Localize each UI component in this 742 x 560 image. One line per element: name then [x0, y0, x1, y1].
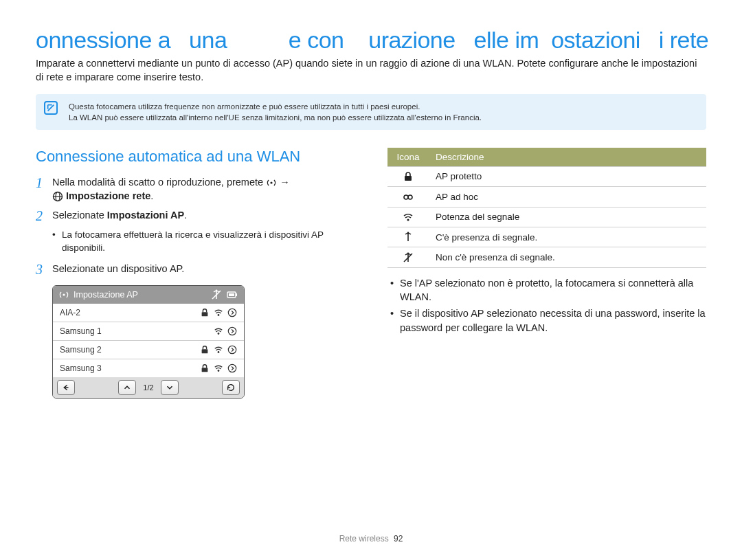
step3-text: Selezionate un dispositivo AP.: [52, 262, 184, 276]
step-1: 1 Nella modalità di scatto o riproduzion…: [36, 175, 357, 203]
table-cell-desc: Non c'è presenza di segnale.: [429, 247, 706, 267]
ap-row[interactable]: Samsung 1: [53, 322, 244, 341]
ap-settings-widget: Impostazione AP AIA-2 Samsung 1: [52, 285, 245, 399]
ap-widget-footer: 1/2: [53, 377, 244, 398]
step2-bold: Impostazioni AP: [107, 210, 184, 221]
step-number: 3: [36, 262, 52, 277]
lock-icon: [403, 171, 414, 182]
table-row: AP ad hoc: [387, 187, 706, 207]
table-header-desc: Descrizione: [429, 148, 706, 167]
globe-icon: [52, 191, 63, 202]
step-3: 3 Selezionate un dispositivo AP.: [36, 262, 357, 277]
table-cell-desc: AP protetto: [429, 166, 706, 186]
step1-text-b: →: [280, 177, 290, 188]
wifi-icon: [214, 326, 223, 336]
right-bullets: Se l'AP selezionato non è protetto, la f…: [390, 276, 706, 335]
page-title: onnessione a una e con urazione elle im …: [36, 27, 706, 53]
note-icon: [44, 101, 58, 115]
left-column: Connessione automatica ad una WLAN 1 Nel…: [36, 148, 357, 399]
section-subtitle: Connessione automatica ad una WLAN: [36, 148, 357, 166]
table-row: Potenza del segnale: [387, 207, 706, 227]
step1-text-d: .: [150, 190, 153, 201]
note-box: Questa fotocamera utilizza frequenze non…: [36, 94, 706, 130]
table-cell-desc: AP ad hoc: [429, 187, 706, 207]
chevron-up-icon: [122, 383, 132, 392]
ap-row[interactable]: Samsung 3: [53, 359, 244, 377]
back-button[interactable]: [57, 380, 75, 395]
wifi-icon: [214, 363, 223, 373]
table-row: Non c'è presenza di segnale.: [387, 247, 706, 267]
refresh-icon: [226, 383, 236, 392]
arrow-right-icon: [227, 326, 237, 336]
arrow-right-icon: [227, 308, 237, 317]
chevron-down-icon: [165, 383, 175, 392]
table-header-icon: Icona: [387, 148, 429, 167]
ap-name: Samsung 1: [60, 326, 214, 336]
back-icon: [61, 383, 71, 392]
antenna-icon: [403, 232, 414, 243]
broadcast-icon: [58, 289, 69, 300]
table-row: AP protetto: [387, 166, 706, 186]
refresh-button[interactable]: [222, 380, 240, 395]
page-up-button[interactable]: [118, 380, 136, 395]
right-column: Icona Descrizione AP protetto AP ad hoc: [387, 148, 706, 399]
step-2: 2 Selezionate Impostazioni AP.: [36, 208, 357, 223]
list-item: La fotocamera effettuerà la ricerca e vi…: [52, 229, 357, 255]
table-cell-desc: C'è presenza di segnale.: [429, 227, 706, 247]
ap-name: AIA-2: [60, 308, 200, 317]
note-line-1: Questa fotocamera utilizza frequenze non…: [69, 101, 697, 112]
list-item: Se il dispositivo AP selezionato necessi…: [390, 306, 706, 335]
icon-description-table: Icona Descrizione AP protetto AP ad hoc: [387, 148, 706, 268]
wifi-icon: [214, 345, 223, 355]
list-item: Se l'AP selezionato non è protetto, la f…: [390, 276, 706, 304]
page-down-button[interactable]: [161, 380, 179, 395]
table-row: C'è presenza di segnale.: [387, 227, 706, 247]
lock-icon: [200, 345, 210, 355]
intro-text: Imparate a connettervi mediante un punto…: [36, 57, 706, 84]
step1-bold: Impostazione rete: [66, 190, 150, 201]
ap-widget-title: Impostazione AP: [74, 290, 207, 300]
step1-text-a: Nella modalità di scatto o riproduzione,…: [52, 177, 266, 188]
arrow-right-icon: [227, 345, 237, 355]
footer-page-number: 92: [394, 534, 403, 544]
footer-label: Rete wireless: [339, 534, 389, 544]
page: onnessione a una e con urazione elle im …: [0, 0, 742, 560]
step2-bullets: La fotocamera effettuerà la ricerca e vi…: [52, 229, 357, 255]
table-cell-desc: Potenza del segnale: [429, 207, 706, 227]
step-number: 2: [36, 208, 52, 223]
lock-icon: [200, 363, 210, 373]
ap-widget-header: Impostazione AP: [53, 286, 244, 304]
page-footer: Rete wireless 92: [0, 534, 742, 544]
antenna-off-icon: [211, 289, 222, 300]
ap-name: Samsung 2: [60, 345, 200, 355]
lock-icon: [200, 308, 210, 317]
step2-text-a: Selezionate: [52, 210, 107, 221]
battery-icon: [226, 289, 238, 300]
ap-row[interactable]: AIA-2: [53, 304, 244, 322]
antenna-off-icon: [403, 252, 414, 263]
page-indicator: 1/2: [139, 383, 157, 392]
arrow-right-icon: [227, 363, 237, 373]
ap-row[interactable]: Samsung 2: [53, 341, 244, 359]
ap-name: Samsung 3: [60, 363, 200, 373]
wifi-icon: [214, 308, 223, 317]
note-line-2: La WLAN può essere utilizzata all'intern…: [69, 112, 697, 123]
wifi-icon: [403, 212, 414, 223]
step2-text-c: .: [184, 210, 187, 221]
broadcast-icon: [266, 177, 277, 188]
adhoc-icon: [403, 192, 414, 203]
step-number: 1: [36, 175, 52, 190]
